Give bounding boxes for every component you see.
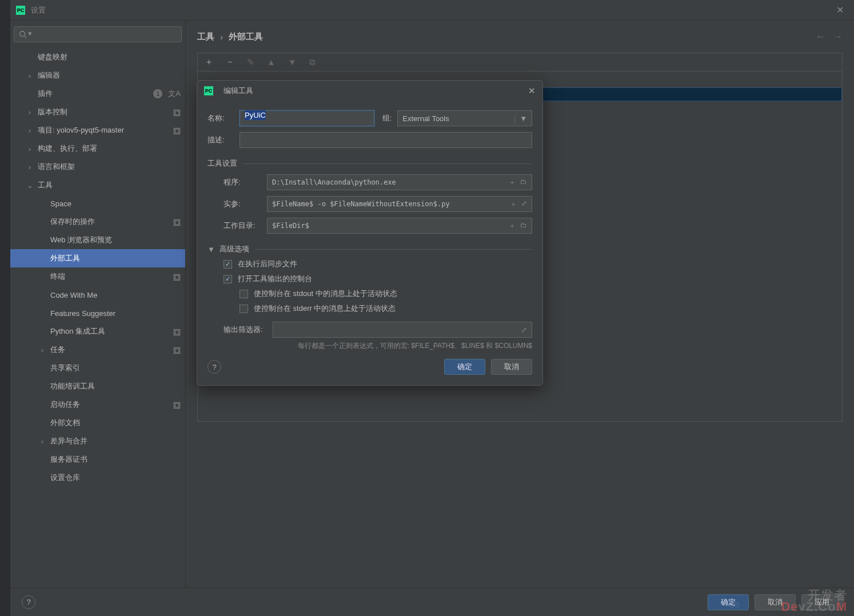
chevron-icon: › bbox=[26, 163, 33, 171]
hint-text: 每行都是一个正则表达式，可用的宏: $FILE_PATH$、$LINE$ 和 $… bbox=[207, 341, 532, 351]
scope-icon bbox=[173, 107, 181, 116]
devz-watermark: 开发者 DevZ.CoM bbox=[781, 590, 847, 613]
group-label: 组: bbox=[382, 113, 392, 123]
add-icon[interactable]: ＋ bbox=[205, 57, 213, 67]
sidebar: ▾ 键盘映射›编辑器插件1文A›版本控制›项目: yolov5-pyqt5-ma… bbox=[10, 21, 186, 616]
chevron-down-icon: ▼ bbox=[207, 245, 215, 254]
pycharm-icon: PC bbox=[204, 86, 213, 95]
sidebar-item[interactable]: Python 集成工具 bbox=[10, 322, 185, 341]
insert-macro-icon[interactable]: ＋ bbox=[509, 178, 516, 187]
sidebar-item-label: Features Suggester bbox=[50, 309, 181, 318]
sidebar-item[interactable]: ›构建、执行、部署 bbox=[10, 139, 185, 158]
copy-icon[interactable]: ⧉ bbox=[309, 57, 316, 67]
sidebar-item[interactable]: 保存时的操作 bbox=[10, 213, 185, 231]
insert-macro-icon[interactable]: ＋ bbox=[510, 199, 517, 209]
dialog-body: 名称: PyUiC 组: External Tools ▼ 描述: 工具设置 程… bbox=[197, 101, 542, 385]
output-filter-input[interactable]: ⤢ bbox=[273, 322, 532, 338]
search-wrap: ▾ bbox=[10, 21, 185, 48]
sidebar-item[interactable]: Code With Me bbox=[10, 286, 185, 304]
group-combo[interactable]: External Tools ▼ bbox=[397, 110, 532, 126]
name-input[interactable]: PyUiC bbox=[240, 110, 374, 126]
sidebar-item-label: Code With Me bbox=[50, 291, 181, 299]
sidebar-item[interactable]: 功能培训工具 bbox=[10, 377, 185, 395]
scope-icon bbox=[173, 345, 181, 354]
sidebar-item[interactable]: ›差异与合并 bbox=[10, 432, 185, 450]
browse-folder-icon[interactable]: 🗀 bbox=[520, 221, 527, 231]
up-icon[interactable]: ▲ bbox=[267, 57, 276, 67]
sidebar-item[interactable]: ›版本控制 bbox=[10, 103, 185, 121]
scope-icon bbox=[173, 272, 181, 281]
sidebar-item-label: 项目: yolov5-pyqt5-master bbox=[38, 125, 171, 135]
language-icon: 文A bbox=[168, 89, 181, 99]
checkbox-console[interactable] bbox=[224, 275, 232, 283]
sidebar-item[interactable]: 外部工具 bbox=[10, 249, 185, 267]
scope-icon bbox=[173, 327, 181, 335]
args-input[interactable]: $FileName$ -o $FileNameWithoutExtension$… bbox=[267, 196, 532, 212]
checkbox-stdout[interactable] bbox=[240, 290, 248, 298]
forward-icon[interactable]: → bbox=[832, 31, 843, 43]
dialog-footer: ? 确定 取消 bbox=[207, 359, 532, 377]
program-input[interactable]: D:\Install\Anaconda\python.exe ＋ 🗀 bbox=[267, 174, 532, 190]
sidebar-item[interactable]: Space bbox=[10, 194, 185, 213]
sidebar-item[interactable]: 启动任务 bbox=[10, 395, 185, 414]
help-button[interactable]: ? bbox=[207, 360, 221, 374]
sidebar-item[interactable]: ⌄工具 bbox=[10, 176, 185, 194]
sidebar-item-label: 启动任务 bbox=[50, 399, 171, 410]
checkbox-stdout-label: 使控制台在 stdout 中的消息上处于活动状态 bbox=[254, 289, 397, 299]
close-icon[interactable]: ✕ bbox=[832, 2, 848, 18]
checkbox-stderr-label: 使控制台在 stderr 中的消息上处于活动状态 bbox=[254, 303, 396, 314]
checkbox-sync[interactable] bbox=[224, 260, 232, 269]
sidebar-item[interactable]: 终端 bbox=[10, 267, 185, 286]
chevron-icon: › bbox=[39, 437, 46, 446]
checkbox-stderr[interactable] bbox=[240, 305, 248, 313]
expand-icon[interactable]: ⤢ bbox=[521, 199, 527, 209]
editor-gutter bbox=[0, 0, 10, 616]
dialog-title: 编辑工具 bbox=[224, 86, 253, 96]
browse-folder-icon[interactable]: 🗀 bbox=[520, 178, 527, 187]
help-button[interactable]: ? bbox=[22, 595, 35, 609]
dialog-close-icon[interactable]: ✕ bbox=[528, 86, 536, 96]
chevron-icon: › bbox=[26, 126, 33, 135]
sidebar-item-label: 保存时的操作 bbox=[50, 217, 171, 227]
workdir-label: 工作目录: bbox=[224, 221, 267, 231]
breadcrumb-root[interactable]: 工具 bbox=[197, 31, 214, 42]
sidebar-item[interactable]: ›任务 bbox=[10, 341, 185, 359]
chevron-down-icon: ▼ bbox=[514, 114, 527, 123]
sidebar-item-label: 设置仓库 bbox=[50, 473, 181, 483]
section-advanced[interactable]: ▼ 高级选项 bbox=[207, 244, 532, 254]
sidebar-item[interactable]: Features Suggester bbox=[10, 304, 185, 322]
svg-rect-9 bbox=[175, 275, 179, 279]
sidebar-item[interactable]: 插件1文A bbox=[10, 85, 185, 103]
chevron-icon: › bbox=[39, 346, 46, 354]
sidebar-item[interactable]: ›编辑器 bbox=[10, 66, 185, 85]
insert-macro-icon[interactable]: ＋ bbox=[509, 221, 516, 231]
dialog-ok-button[interactable]: 确定 bbox=[444, 359, 485, 375]
sidebar-item-label: 编辑器 bbox=[38, 70, 181, 81]
expand-icon[interactable]: ⤢ bbox=[521, 326, 527, 334]
sidebar-item[interactable]: ›语言和框架 bbox=[10, 158, 185, 176]
sidebar-item-label: 构建、执行、部署 bbox=[38, 143, 181, 154]
remove-icon[interactable]: － bbox=[226, 57, 234, 67]
sidebar-item[interactable]: 设置仓库 bbox=[10, 469, 185, 487]
sidebar-item-label: 服务器证书 bbox=[50, 454, 181, 465]
down-icon[interactable]: ▼ bbox=[288, 57, 297, 67]
svg-rect-11 bbox=[175, 330, 179, 334]
sidebar-item[interactable]: Web 浏览器和预览 bbox=[10, 231, 185, 249]
sidebar-item[interactable]: 服务器证书 bbox=[10, 450, 185, 469]
search-input[interactable]: ▾ bbox=[14, 26, 182, 42]
sidebar-item[interactable]: ›项目: yolov5-pyqt5-master bbox=[10, 121, 185, 139]
sidebar-item-label: Space bbox=[50, 199, 181, 208]
section-tool-settings: 工具设置 bbox=[207, 158, 532, 169]
desc-input[interactable] bbox=[240, 132, 532, 148]
edit-icon[interactable]: ✎ bbox=[247, 57, 254, 67]
back-icon[interactable]: ← bbox=[815, 31, 825, 43]
sidebar-item[interactable]: 外部文档 bbox=[10, 414, 185, 432]
svg-rect-5 bbox=[175, 129, 179, 133]
workdir-input[interactable]: $FileDir$ ＋ 🗀 bbox=[267, 218, 532, 234]
sidebar-item[interactable]: 键盘映射 bbox=[10, 48, 185, 66]
sidebar-item-label: 插件 bbox=[38, 89, 153, 99]
ok-button[interactable]: 确定 bbox=[708, 594, 749, 610]
dialog-cancel-button[interactable]: 取消 bbox=[491, 359, 532, 375]
sidebar-item[interactable]: 共享索引 bbox=[10, 359, 185, 377]
search-icon bbox=[19, 30, 27, 38]
